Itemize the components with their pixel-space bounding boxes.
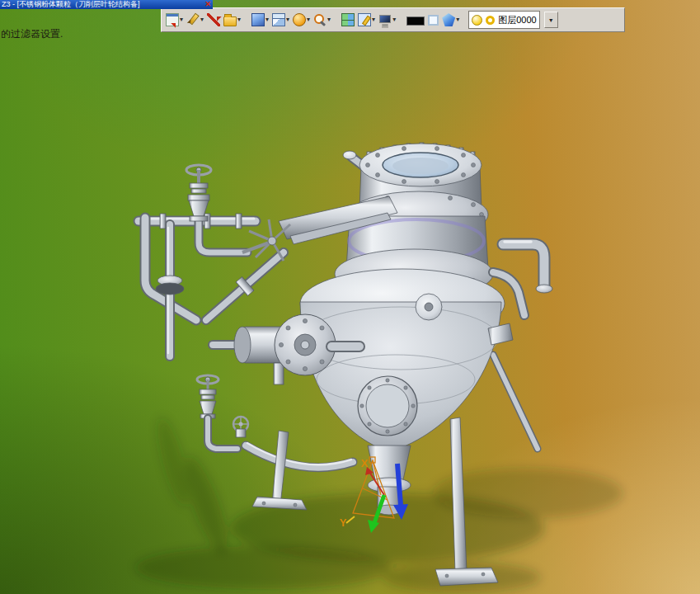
datum-axis-icon	[207, 13, 220, 26]
sketch-pencil-icon	[186, 13, 200, 26]
vessel-body[interactable]	[300, 269, 513, 452]
chevron-down-icon[interactable]: ▾	[392, 16, 396, 23]
export-button[interactable]: ▾	[165, 12, 184, 27]
layer-visibility-bulb-icon[interactable]	[472, 15, 482, 26]
zoom-button[interactable]: ▾	[312, 12, 331, 27]
layer-combobox[interactable]: 图层0000	[468, 11, 539, 29]
main-toolbar: ▾ ▾ ▾ ▾ ▾ ▾ ▾ ▾ ▾ ▾ 图层0000 ▼	[161, 7, 625, 32]
annotate-button[interactable]: ▾	[357, 12, 376, 27]
top-left-valve[interactable]	[186, 165, 211, 221]
z-axis-arrow	[397, 464, 401, 505]
y-axis-label: Y	[340, 516, 347, 529]
lower-left-valves[interactable]	[197, 375, 248, 449]
status-tooltip-text: 的过滤器设置.	[1, 27, 63, 41]
chevron-down-icon[interactable]: ▾	[180, 16, 183, 23]
layer-name: 图层0000	[498, 14, 536, 26]
cube-icon	[272, 13, 285, 26]
revolve-button[interactable]: ▾	[292, 12, 311, 27]
chevron-down-icon[interactable]: ▾	[307, 16, 310, 23]
window-tab-bar: Z3 - [不锈钢粉体颗粒（刀削层叶轮结构备] ✕	[0, 0, 213, 9]
3d-viewport[interactable]: X Y	[0, 0, 700, 594]
split-panes-icon	[341, 13, 355, 26]
material-button[interactable]: ▾	[441, 12, 460, 27]
display-mode-button[interactable]: ▾	[378, 12, 397, 27]
datum-button[interactable]	[206, 12, 221, 27]
highlight-color-swatch[interactable]	[427, 14, 439, 26]
chevron-down-icon[interactable]: ▾	[200, 16, 204, 23]
viewport-split-button[interactable]	[341, 12, 355, 27]
sketch-button[interactable]: ▾	[186, 12, 204, 27]
boolean-button[interactable]: ▾	[271, 12, 290, 27]
x-axis-label: X	[361, 457, 369, 469]
folder-open-icon	[223, 16, 237, 26]
flex-hose[interactable]	[246, 443, 353, 468]
monitor-icon	[378, 13, 392, 26]
light-swatch-icon	[428, 15, 439, 26]
layer-dropdown-button[interactable]: ▼	[544, 12, 558, 28]
background-color-swatch[interactable]	[406, 14, 425, 26]
chevron-down-icon[interactable]: ▾	[286, 16, 289, 23]
chevron-down-icon[interactable]: ▾	[372, 16, 375, 23]
extrude-box-icon	[251, 13, 265, 26]
window-tab-title: Z3 - [不锈钢粉体颗粒（刀削层叶轮结构备]	[2, 0, 140, 9]
chevron-down-icon[interactable]: ▾	[237, 16, 241, 23]
black-swatch-icon	[406, 16, 425, 26]
sphere-icon	[293, 13, 306, 26]
extrude-button[interactable]: ▾	[251, 12, 270, 27]
material-gem-icon	[442, 13, 455, 26]
tab-close-icon[interactable]: ✕	[204, 0, 211, 9]
chevron-down-icon[interactable]: ▾	[456, 16, 459, 23]
magnifier-icon	[313, 13, 327, 26]
layer-color-ring-icon[interactable]	[486, 16, 495, 25]
chevron-down-icon[interactable]: ▾	[265, 16, 269, 23]
export-icon	[166, 13, 179, 26]
open-button[interactable]: ▾	[223, 13, 242, 27]
chevron-down-icon[interactable]: ▾	[327, 16, 331, 23]
annotate-window-icon	[358, 13, 371, 26]
